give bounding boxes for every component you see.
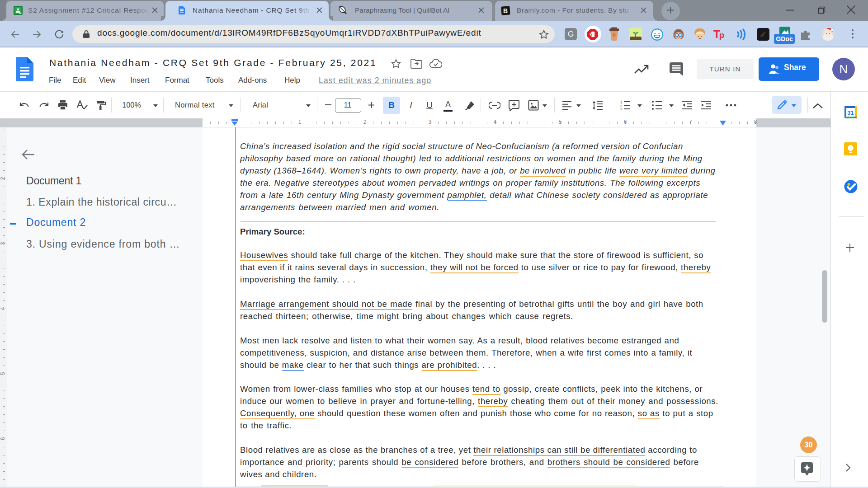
svg-text:31: 31 <box>847 109 854 116</box>
svg-text:3: 3 <box>620 107 622 110</box>
svg-text:B: B <box>503 7 508 14</box>
